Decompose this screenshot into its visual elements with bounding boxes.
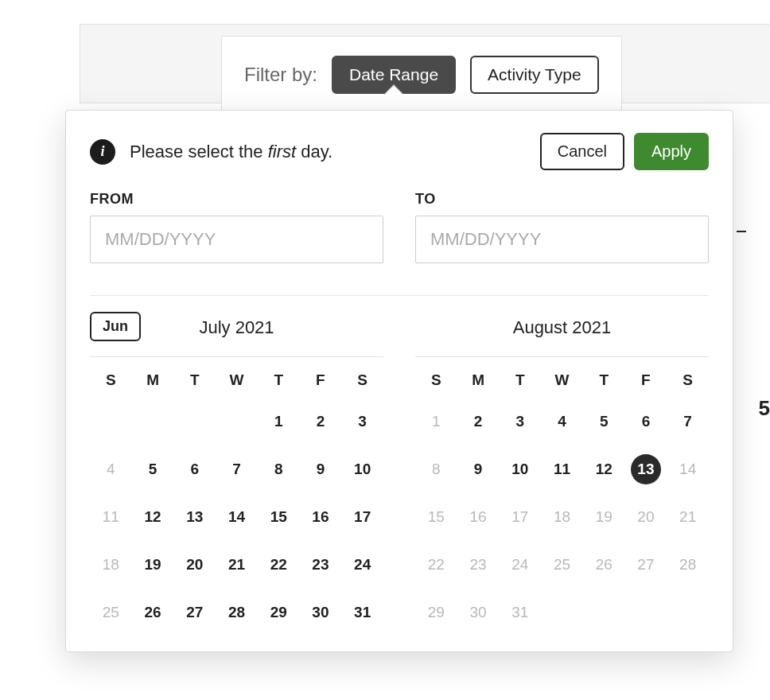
day-of-week-header: T bbox=[258, 371, 300, 389]
calendar-day bbox=[180, 406, 210, 437]
calendar-day[interactable]: 4 bbox=[546, 406, 577, 437]
calendar-right-grid: SMTWTFS123456789101112131415161718192021… bbox=[415, 371, 709, 628]
calendar-day[interactable]: 30 bbox=[305, 597, 336, 628]
calendar-day[interactable]: 6 bbox=[180, 454, 210, 484]
calendar-left-divider bbox=[90, 356, 383, 357]
calendar-day: 17 bbox=[505, 502, 535, 532]
calendar-day[interactable]: 7 bbox=[221, 454, 251, 484]
popover-header: i Please select the first day. Cancel Ap… bbox=[90, 133, 709, 170]
calendar-day: 20 bbox=[631, 502, 661, 532]
prev-month-button[interactable]: Jun bbox=[90, 312, 141, 341]
from-input[interactable] bbox=[90, 216, 383, 263]
divider bbox=[90, 295, 709, 296]
calendar-day[interactable]: 10 bbox=[505, 454, 535, 484]
calendar-day[interactable]: 9 bbox=[305, 454, 336, 484]
calendar-right-header: August 2021 bbox=[415, 310, 709, 345]
day-of-week-header: S bbox=[415, 371, 457, 389]
calendar-left: Jun July 2021 SMTWTFS1234567891011121314… bbox=[90, 310, 383, 628]
calendar-day[interactable]: 6 bbox=[631, 406, 661, 437]
day-of-week-header: S bbox=[341, 371, 383, 389]
calendar-day: 11 bbox=[95, 502, 126, 532]
calendar-day[interactable]: 20 bbox=[180, 550, 210, 580]
calendar-day[interactable]: 5 bbox=[589, 406, 619, 437]
day-of-week-header: F bbox=[300, 371, 342, 389]
calendar-day[interactable]: 31 bbox=[348, 597, 378, 628]
calendar-day: 14 bbox=[673, 454, 703, 484]
calendar-day[interactable]: 8 bbox=[263, 454, 294, 484]
calendar-day: 1 bbox=[421, 406, 451, 437]
popover-message-text: Please select the first day. bbox=[130, 142, 332, 162]
calendar-day[interactable]: 17 bbox=[348, 502, 378, 532]
msg-suffix: day. bbox=[296, 142, 332, 161]
calendars-row: Jun July 2021 SMTWTFS1234567891011121314… bbox=[90, 310, 709, 628]
calendar-day[interactable]: 28 bbox=[221, 597, 251, 628]
calendar-day[interactable]: 13 bbox=[180, 502, 210, 532]
calendar-day[interactable]: 9 bbox=[463, 454, 493, 484]
calendar-day[interactable]: 29 bbox=[263, 597, 294, 628]
filter-date-range-button[interactable]: Date Range bbox=[332, 56, 456, 94]
calendar-day bbox=[221, 406, 251, 437]
day-of-week-header: M bbox=[132, 371, 174, 389]
calendar-day: 29 bbox=[421, 597, 451, 628]
calendar-day[interactable]: 12 bbox=[138, 502, 168, 532]
apply-button[interactable]: Apply bbox=[634, 133, 709, 170]
calendar-day: 30 bbox=[463, 597, 493, 628]
calendar-day[interactable]: 16 bbox=[305, 502, 336, 532]
info-icon: i bbox=[90, 139, 115, 165]
calendar-day[interactable]: 2 bbox=[463, 406, 493, 437]
calendar-right-title: August 2021 bbox=[513, 317, 612, 338]
to-label: TO bbox=[415, 191, 709, 208]
day-of-week-header: W bbox=[541, 371, 583, 389]
cancel-button[interactable]: Cancel bbox=[540, 133, 624, 170]
msg-emphasis: first bbox=[268, 142, 296, 161]
calendar-right-divider bbox=[415, 356, 709, 357]
day-of-week-header: T bbox=[499, 371, 541, 389]
calendar-right: August 2021 SMTWTFS123456789101112131415… bbox=[415, 310, 709, 628]
filter-activity-type-button[interactable]: Activity Type bbox=[470, 56, 599, 94]
calendar-left-header: Jun July 2021 bbox=[90, 310, 383, 345]
calendar-day[interactable]: 24 bbox=[348, 550, 378, 580]
calendar-day[interactable]: 26 bbox=[138, 597, 168, 628]
calendar-day[interactable]: 12 bbox=[589, 454, 619, 484]
date-range-popover: i Please select the first day. Cancel Ap… bbox=[65, 110, 733, 652]
day-of-week-header: F bbox=[625, 371, 667, 389]
from-field: FROM bbox=[90, 191, 383, 263]
calendar-day[interactable]: 19 bbox=[138, 550, 168, 580]
to-field: TO bbox=[415, 191, 709, 263]
calendar-day[interactable]: 3 bbox=[505, 406, 535, 437]
calendar-day: 31 bbox=[505, 597, 535, 628]
day-of-week-header: S bbox=[90, 371, 132, 389]
calendar-day[interactable]: 22 bbox=[263, 550, 294, 580]
calendar-day[interactable]: 15 bbox=[263, 502, 294, 532]
calendar-day[interactable]: 13 bbox=[631, 454, 661, 484]
day-of-week-header: M bbox=[457, 371, 500, 389]
calendar-day: 22 bbox=[421, 550, 451, 580]
calendar-day: 23 bbox=[463, 550, 493, 580]
calendar-day[interactable]: 5 bbox=[138, 454, 168, 484]
calendar-day[interactable]: 2 bbox=[305, 406, 336, 437]
popover-message: i Please select the first day. bbox=[90, 139, 332, 165]
day-of-week-header: S bbox=[667, 371, 709, 389]
calendar-day[interactable]: 7 bbox=[673, 406, 703, 437]
side-tick bbox=[737, 231, 746, 232]
calendar-day: 24 bbox=[505, 550, 535, 580]
day-of-week-header: W bbox=[216, 371, 258, 389]
to-input[interactable] bbox=[415, 216, 709, 263]
side-partial-text: 5 bbox=[759, 396, 770, 421]
calendar-day[interactable]: 11 bbox=[546, 454, 577, 484]
calendar-day[interactable]: 27 bbox=[180, 597, 210, 628]
popover-actions: Cancel Apply bbox=[540, 133, 709, 170]
filter-bar: Filter by: Date Range Activity Type bbox=[221, 36, 622, 113]
calendar-day: 21 bbox=[673, 502, 703, 532]
calendar-day[interactable]: 1 bbox=[263, 406, 294, 437]
calendar-day[interactable]: 14 bbox=[221, 502, 251, 532]
calendar-day[interactable]: 21 bbox=[221, 550, 251, 580]
calendar-day: 25 bbox=[95, 597, 126, 628]
from-label: FROM bbox=[90, 191, 383, 208]
calendar-day[interactable]: 10 bbox=[348, 454, 378, 484]
calendar-day[interactable]: 3 bbox=[348, 406, 378, 437]
calendar-day: 18 bbox=[546, 502, 577, 532]
calendar-day bbox=[95, 406, 126, 437]
msg-prefix: Please select the bbox=[130, 142, 268, 161]
calendar-day[interactable]: 23 bbox=[305, 550, 336, 580]
